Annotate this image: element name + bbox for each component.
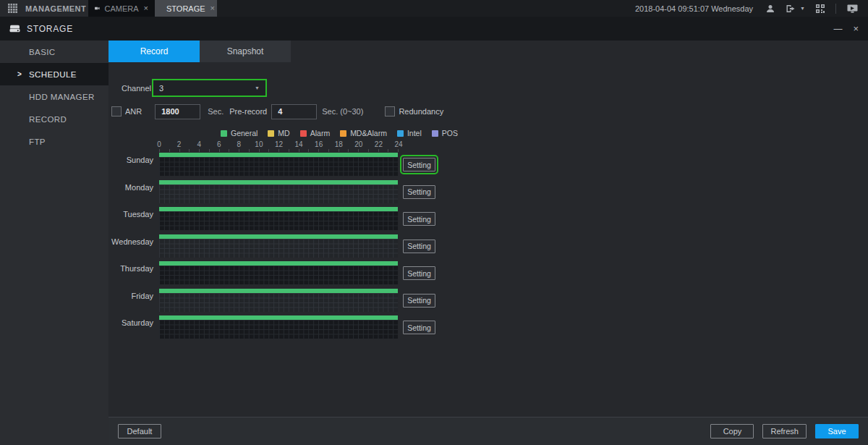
tab-snapshot[interactable]: Snapshot: [200, 41, 291, 62]
day-label: Tuesday: [109, 207, 159, 230]
sidebar-item-schedule[interactable]: >SCHEDULE: [0, 63, 109, 85]
camera-tab-close-icon[interactable]: ×: [144, 4, 148, 12]
legend-color-swatch: [432, 130, 438, 137]
day-schedule-grid[interactable]: [159, 185, 398, 203]
anr-checkbox[interactable]: [111, 106, 122, 116]
day-timeline-track[interactable]: [159, 234, 398, 258]
channel-label: Channel: [122, 84, 152, 93]
timeline-axis: 024681012141618202224: [159, 140, 399, 152]
management-menu[interactable]: MANAGEMENT: [0, 0, 88, 17]
setting-button-saturday[interactable]: Setting: [403, 321, 435, 334]
setting-button-sunday[interactable]: Setting: [403, 158, 435, 171]
logout-icon[interactable]: [786, 4, 796, 13]
day-schedule-grid[interactable]: [159, 239, 398, 258]
legend-item-md: MD: [268, 129, 289, 137]
sidebar-nav: BASIC>SCHEDULEHDD MANAGERRECORDFTP: [0, 41, 109, 445]
main-panel: Record Snapshot Channel 3 ▼ ANR Sec. Pre: [109, 41, 868, 445]
setting-button-thursday[interactable]: Setting: [403, 266, 435, 280]
chevron-right-icon: >: [17, 70, 22, 78]
day-schedule-grid[interactable]: [159, 293, 398, 312]
setting-button-tuesday[interactable]: Setting: [403, 212, 435, 226]
chevron-down-icon: ▼: [255, 85, 260, 90]
minimize-icon[interactable]: —: [833, 24, 842, 34]
legend-label: MD: [278, 129, 289, 137]
day-timeline-track[interactable]: [159, 289, 398, 312]
legend-label: General: [231, 129, 258, 137]
day-timeline-track[interactable]: [159, 153, 398, 176]
setting-button-friday[interactable]: Setting: [403, 294, 435, 308]
sidebar-item-label: BASIC: [29, 48, 56, 56]
sidebar-item-hdd-manager[interactable]: HDD MANAGER: [0, 85, 109, 108]
day-timeline-track[interactable]: [159, 315, 398, 339]
legend-color-swatch: [397, 130, 404, 137]
schedule-row-wednesday: WednesdaySetting: [109, 234, 435, 258]
save-button[interactable]: Save: [815, 424, 859, 438]
legend-item-intel: Intel: [397, 129, 422, 137]
sidebar-item-label: RECORD: [29, 115, 67, 124]
day-timeline-track[interactable]: [159, 180, 398, 203]
hour-tick-label: 16: [315, 140, 323, 148]
day-schedule-grid[interactable]: [159, 211, 398, 230]
sidebar-item-ftp[interactable]: FTP: [0, 130, 109, 153]
storage-disk-icon: [9, 25, 20, 33]
day-schedule-grid[interactable]: [159, 157, 398, 176]
day-label: Friday: [109, 289, 159, 312]
hour-tick-label: 6: [217, 140, 221, 148]
top-tab-storage[interactable]: STORAGE ×: [155, 0, 217, 17]
sidebar-item-basic[interactable]: BASIC: [0, 41, 109, 63]
logout-caret-icon[interactable]: ▼: [800, 6, 805, 11]
record-type-legend: GeneralMDAlarmMD&AlarmIntelPOS: [221, 129, 458, 137]
prerecord-unit-label: Sec. (0~30): [322, 107, 363, 116]
setting-button-wednesday[interactable]: Setting: [403, 240, 435, 253]
dvr-app-window: MANAGEMENT CAMERA × STORAGE × 2018-04-04…: [0, 0, 868, 445]
day-schedule-grid[interactable]: [159, 266, 398, 284]
camera-tab-label: CAMERA: [105, 4, 139, 13]
hour-tick-label: 2: [177, 140, 182, 148]
management-label: MANAGEMENT: [25, 4, 86, 13]
display-output-icon[interactable]: [847, 4, 858, 13]
legend-label: POS: [442, 129, 458, 137]
day-label: Monday: [109, 180, 159, 203]
window-title-bar: STORAGE — ×: [0, 17, 868, 41]
qr-code-icon[interactable]: [816, 4, 825, 13]
channel-selected-value: 3: [159, 84, 163, 93]
hour-tick-label: 22: [375, 140, 383, 148]
redundancy-checkbox[interactable]: [385, 106, 395, 116]
day-timeline-track[interactable]: [159, 261, 398, 284]
record-options-row: ANR Sec. Pre-record Sec. (0~30) Redundan…: [111, 103, 443, 119]
prerecord-seconds-input[interactable]: [271, 104, 317, 119]
anr-unit-label: Sec.: [208, 107, 224, 116]
legend-color-swatch: [340, 130, 346, 137]
hour-tick-label: 12: [275, 140, 283, 148]
close-icon[interactable]: ×: [853, 23, 859, 34]
sidebar-item-record[interactable]: RECORD: [0, 108, 109, 130]
channel-select[interactable]: 3 ▼: [152, 79, 267, 97]
legend-item-pos: POS: [432, 129, 458, 137]
window-controls: — ×: [833, 23, 859, 34]
legend-item-md-alarm: MD&Alarm: [340, 129, 387, 137]
hour-tick-label: 8: [237, 140, 242, 148]
legend-label: MD&Alarm: [350, 129, 387, 137]
day-schedule-grid[interactable]: [159, 320, 398, 339]
storage-tab-close-icon[interactable]: ×: [210, 4, 215, 12]
user-icon[interactable]: [766, 4, 775, 13]
schedule-row-thursday: ThursdaySetting: [109, 261, 435, 284]
schedule-row-sunday: SundaySetting: [109, 153, 435, 176]
footer-action-bar: Default Copy Refresh Save: [109, 417, 868, 445]
window-body: BASIC>SCHEDULEHDD MANAGERRECORDFTP Recor…: [0, 41, 868, 445]
hour-tick-label: 14: [295, 140, 303, 148]
sidebar-item-label: FTP: [29, 137, 46, 146]
refresh-button[interactable]: Refresh: [762, 424, 807, 438]
grid-menu-icon: [8, 4, 17, 13]
default-button[interactable]: Default: [118, 424, 161, 438]
legend-item-general: General: [221, 129, 258, 137]
setting-button-monday[interactable]: Setting: [403, 185, 435, 199]
schedule-row-friday: FridaySetting: [109, 289, 435, 312]
system-top-bar: MANAGEMENT CAMERA × STORAGE × 2018-04-04…: [0, 0, 868, 17]
tab-record[interactable]: Record: [109, 41, 200, 62]
day-timeline-track[interactable]: [159, 207, 398, 230]
anr-seconds-input[interactable]: [155, 104, 200, 119]
anr-label: ANR: [125, 107, 142, 116]
top-tab-camera[interactable]: CAMERA ×: [88, 0, 155, 17]
copy-button[interactable]: Copy: [710, 424, 754, 438]
